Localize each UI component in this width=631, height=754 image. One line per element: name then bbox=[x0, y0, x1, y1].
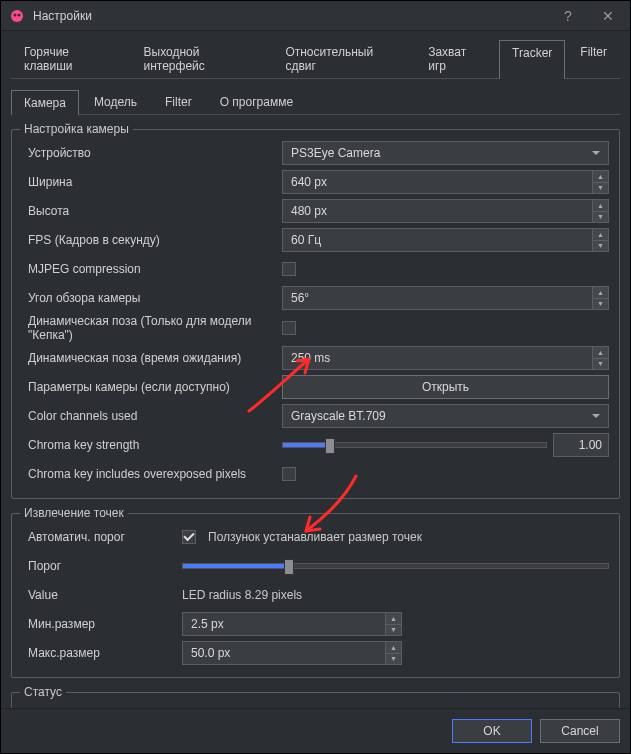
spin-down-icon[interactable]: ▼ bbox=[386, 654, 401, 665]
chroma-overexposed-label: Chroma key includes overexposed pixels bbox=[22, 467, 282, 481]
spin-up-icon[interactable]: ▲ bbox=[593, 347, 608, 359]
tab-capture[interactable]: Захват игр bbox=[415, 39, 497, 78]
spin-up-icon[interactable]: ▲ bbox=[593, 200, 608, 212]
close-button[interactable]: ✕ bbox=[594, 2, 622, 30]
min-size-label: Мин.размер bbox=[22, 617, 182, 631]
min-size-spin[interactable]: 2.5 px▲▼ bbox=[182, 612, 402, 636]
tab-relative[interactable]: Относительный сдвиг bbox=[272, 39, 413, 78]
spin-down-icon[interactable]: ▼ bbox=[593, 299, 608, 310]
chroma-strength-value: 1.00 bbox=[553, 433, 609, 457]
subtab-model[interactable]: Модель bbox=[81, 89, 150, 114]
cam-params-label: Параметры камеры (если доступно) bbox=[22, 380, 282, 394]
tab-hotkeys[interactable]: Горячие клавиши bbox=[11, 39, 129, 78]
mjpeg-label: MJPEG compression bbox=[22, 262, 282, 276]
spin-up-icon[interactable]: ▲ bbox=[593, 229, 608, 241]
dialog-footer: OK Cancel bbox=[1, 708, 630, 753]
device-label: Устройство bbox=[22, 146, 282, 160]
help-button[interactable]: ? bbox=[554, 2, 582, 30]
camera-group: Настройка камеры Устройство PS3Eye Camer… bbox=[11, 129, 620, 499]
spin-up-icon[interactable]: ▲ bbox=[386, 613, 401, 625]
spin-down-icon[interactable]: ▼ bbox=[593, 241, 608, 252]
height-label: Высота bbox=[22, 204, 282, 218]
spin-up-icon[interactable]: ▲ bbox=[386, 642, 401, 654]
auto-threshold-checkbox[interactable] bbox=[182, 530, 196, 544]
chroma-strength-label: Chroma key strength bbox=[22, 438, 282, 452]
status-cam-params-value: 640x480 @ 60 FPS bbox=[322, 706, 609, 708]
fov-spin[interactable]: 56°▲▼ bbox=[282, 286, 609, 310]
auto-threshold-note: Ползунок устанавливает размер точек bbox=[208, 530, 422, 544]
fps-spin[interactable]: 60 Гц▲▼ bbox=[282, 228, 609, 252]
app-icon bbox=[9, 8, 25, 24]
width-spin[interactable]: 640 px▲▼ bbox=[282, 170, 609, 194]
spin-down-icon[interactable]: ▼ bbox=[593, 183, 608, 194]
cancel-button[interactable]: Cancel bbox=[540, 719, 620, 743]
dyn-pose-label: Динамическая поза (Только для модели "Ке… bbox=[22, 314, 282, 342]
camera-group-title: Настройка камеры bbox=[20, 122, 133, 136]
tab-tracker[interactable]: Tracker bbox=[499, 40, 565, 79]
auto-threshold-label: Автоматич. порог bbox=[22, 530, 182, 544]
chroma-overexposed-checkbox[interactable] bbox=[282, 467, 296, 481]
subtab-filter[interactable]: Filter bbox=[152, 89, 205, 114]
spin-down-icon[interactable]: ▼ bbox=[593, 359, 608, 370]
window-title: Настройки bbox=[33, 9, 554, 23]
color-channels-combo[interactable]: Grayscale BT.709 bbox=[282, 404, 609, 428]
chroma-strength-slider[interactable] bbox=[282, 442, 547, 448]
threshold-label: Порог bbox=[22, 559, 182, 573]
ok-button[interactable]: OK bbox=[452, 719, 532, 743]
svg-point-0 bbox=[11, 10, 23, 22]
slider-thumb-icon[interactable] bbox=[284, 559, 294, 575]
width-label: Ширина bbox=[22, 175, 282, 189]
open-camera-params-button[interactable]: Открыть bbox=[282, 375, 609, 399]
tab-output[interactable]: Выходной интерфейс bbox=[131, 39, 271, 78]
mjpeg-checkbox[interactable] bbox=[282, 262, 296, 276]
points-group-title: Извлечение точек bbox=[20, 506, 128, 520]
dyn-pose-checkbox[interactable] bbox=[282, 321, 296, 335]
fps-label: FPS (Кадров в секунду) bbox=[22, 233, 282, 247]
status-group-title: Статус bbox=[20, 685, 66, 699]
value-text: LED radius 8.29 pixels bbox=[182, 588, 302, 602]
max-size-spin[interactable]: 50.0 px▲▼ bbox=[182, 641, 402, 665]
subtab-camera[interactable]: Камера bbox=[11, 90, 79, 115]
client-area: Горячие клавиши Выходной интерфейс Относ… bbox=[1, 31, 630, 708]
sub-tabs: Камера Модель Filter О программе bbox=[11, 89, 620, 115]
spin-up-icon[interactable]: ▲ bbox=[593, 171, 608, 183]
spin-up-icon[interactable]: ▲ bbox=[593, 287, 608, 299]
main-tabs: Горячие клавиши Выходной интерфейс Относ… bbox=[11, 39, 620, 79]
height-spin[interactable]: 480 px▲▼ bbox=[282, 199, 609, 223]
threshold-slider[interactable] bbox=[182, 563, 609, 569]
fov-label: Угол обзора камеры bbox=[22, 291, 282, 305]
max-size-label: Макс.размер bbox=[22, 646, 182, 660]
titlebar: Настройки ? ✕ bbox=[1, 1, 630, 31]
slider-thumb-icon[interactable] bbox=[325, 438, 335, 454]
dyn-pose-timeout-spin[interactable]: 250 ms▲▼ bbox=[282, 346, 609, 370]
status-cam-params-label: Параметры камеры: bbox=[22, 706, 322, 708]
subtab-about[interactable]: О программе bbox=[207, 89, 306, 114]
settings-window: Настройки ? ✕ Горячие клавиши Выходной и… bbox=[0, 0, 631, 754]
spin-down-icon[interactable]: ▼ bbox=[593, 212, 608, 223]
color-channels-label: Color channels used bbox=[22, 409, 282, 423]
points-group: Извлечение точек Автоматич. порог Ползун… bbox=[11, 513, 620, 678]
svg-point-2 bbox=[18, 13, 21, 16]
value-label: Value bbox=[22, 588, 182, 602]
spin-down-icon[interactable]: ▼ bbox=[386, 625, 401, 636]
device-combo[interactable]: PS3Eye Camera bbox=[282, 141, 609, 165]
status-group: Статус Параметры камеры: 640x480 @ 60 FP… bbox=[11, 692, 620, 708]
tab-filter[interactable]: Filter bbox=[567, 39, 620, 78]
svg-point-1 bbox=[14, 13, 17, 16]
dyn-pose-timeout-label: Динамическая поза (время ожидания) bbox=[22, 351, 282, 365]
